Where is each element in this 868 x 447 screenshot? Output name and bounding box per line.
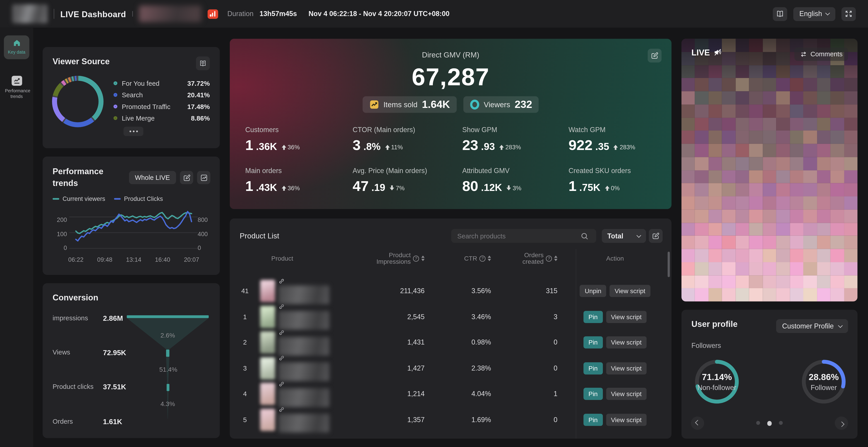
carousel-dot[interactable]: [756, 421, 760, 425]
link-icon[interactable]: [278, 278, 285, 284]
language-selector[interactable]: English: [793, 7, 835, 21]
carousel-dot[interactable]: [779, 421, 783, 425]
fullscreen-button[interactable]: [841, 7, 856, 21]
conversion-rate: 2.6%: [160, 332, 175, 338]
product-cell: [260, 407, 368, 433]
viewer-source-detail-button[interactable]: [196, 56, 210, 70]
live-status-icon: [207, 9, 218, 19]
stat-delta: 0%: [604, 185, 620, 192]
info-icon[interactable]: [413, 255, 419, 261]
viewers-value: 232: [515, 98, 532, 111]
live-video-panel: LIVE Comments: [681, 39, 858, 301]
stat-value: 1: [245, 179, 253, 193]
legend-item[interactable]: For You feed 37.72%: [114, 77, 210, 89]
funnel-stage-views: Views 72.95K: [53, 348, 126, 357]
stat-delta: 3%: [506, 185, 521, 192]
sidebar-item-performance-trends[interactable]: Performance trends: [4, 72, 29, 103]
edit-metrics-button[interactable]: [180, 171, 193, 184]
filter-value: Total: [607, 232, 623, 240]
action-cell: Pin View script: [557, 336, 660, 349]
orders-created-cell: 315: [491, 287, 557, 295]
sidebar-item-key-data[interactable]: Key data: [4, 35, 29, 59]
legend-product-clicks[interactable]: Product Clicks: [114, 195, 163, 202]
stat-label: Avg. Price (Main orders): [353, 167, 462, 175]
stat-customers: Customers 1.36K 36%: [245, 126, 352, 153]
link-icon[interactable]: [278, 355, 285, 361]
info-icon[interactable]: [546, 255, 552, 261]
legend-value: 17.48%: [187, 103, 210, 110]
table-scrollbar[interactable]: [668, 252, 670, 277]
pin-button[interactable]: Pin: [583, 336, 603, 349]
pin-button[interactable]: Pin: [583, 388, 603, 400]
edit-columns-button[interactable]: [649, 229, 663, 243]
gmv-stats-grid: Customers 1.36K 36%CTOR (Main orders) 3.…: [245, 126, 660, 194]
gmv-value: 67,287: [230, 63, 672, 91]
link-icon[interactable]: [278, 304, 285, 310]
chevron-down-icon: [637, 233, 641, 238]
stat-value: 23: [462, 138, 478, 152]
stat-main-orders: Main orders 1.43K 36%: [245, 167, 352, 194]
items-sold-badge: Items sold 1.64K: [363, 96, 457, 113]
view-script-button[interactable]: View script: [606, 362, 647, 374]
legend-current-viewers[interactable]: Current viewers: [53, 195, 105, 202]
more-button[interactable]: [123, 127, 143, 136]
stat-delta: 36%: [281, 185, 300, 192]
muted-speaker-icon[interactable]: [714, 48, 722, 57]
view-script-button[interactable]: View script: [606, 336, 647, 349]
info-icon[interactable]: [479, 255, 486, 261]
search-input[interactable]: [451, 229, 596, 243]
pin-button[interactable]: Pin: [583, 311, 603, 323]
legend-item[interactable]: Search 20.41%: [114, 89, 210, 101]
comments-toggle-button[interactable]: Comments: [795, 47, 848, 61]
arrow-down-icon: [506, 185, 512, 191]
column-header-impressions[interactable]: Product Impressions: [368, 252, 425, 265]
stat-value: 922: [568, 138, 592, 152]
y-axis-right-tick: 0: [198, 245, 212, 251]
stat-value: 3: [353, 138, 361, 152]
carousel-next-button[interactable]: [835, 416, 848, 430]
stat-delta: 11%: [384, 144, 403, 150]
orders-created-cell: 0: [491, 416, 557, 423]
product-name-blurred: [278, 363, 330, 381]
link-icon[interactable]: [278, 330, 285, 336]
pin-button[interactable]: Pin: [583, 362, 603, 374]
column-header-ctr[interactable]: CTR: [425, 252, 491, 265]
table-row: 41 211,436 3.56% 315 Unpin View script: [230, 278, 660, 304]
product-name-blurred: [278, 414, 330, 433]
view-script-button[interactable]: View script: [610, 285, 650, 297]
carousel-dot-active[interactable]: [767, 421, 772, 426]
action-cell: Pin View script: [557, 414, 660, 426]
unpin-button[interactable]: Unpin: [580, 285, 607, 297]
impressions-cell: 1,357: [368, 416, 425, 423]
view-script-button[interactable]: View script: [606, 311, 647, 323]
divider: [54, 9, 54, 19]
pin-button[interactable]: Pin: [583, 414, 603, 426]
view-script-button[interactable]: View script: [606, 414, 647, 426]
swap-arrows-icon: [800, 51, 807, 58]
link-icon[interactable]: [278, 407, 285, 413]
rank-cell: 41: [230, 287, 260, 295]
expand-chart-button[interactable]: [197, 171, 210, 184]
arrow-up-icon: [604, 185, 610, 191]
product-name-blurred: [278, 337, 330, 355]
gmv-title: Direct GMV (RM): [230, 51, 672, 59]
legend-item[interactable]: Live Merge 8.86%: [114, 112, 210, 124]
guide-button[interactable]: [773, 7, 787, 21]
non-follower-label: Non-follower: [698, 384, 737, 391]
total-filter-dropdown[interactable]: Total: [602, 229, 646, 243]
legend-item[interactable]: Promoted Traffic 17.48%: [114, 101, 210, 112]
stat-value: 1: [568, 179, 577, 193]
customer-profile-dropdown[interactable]: Customer Profile: [776, 319, 848, 333]
link-icon[interactable]: [278, 381, 285, 387]
y-axis-right-tick: 800: [198, 216, 212, 223]
view-script-button[interactable]: View script: [606, 388, 647, 400]
legend-ring-bullet: [114, 93, 117, 97]
legend-swatch: [53, 198, 59, 199]
topbar: LIVE Dashboard Duration 13h57m45s Nov 4 …: [0, 0, 868, 28]
gmv-card: Direct GMV (RM) 67,287 Items sold 1.64K …: [230, 39, 672, 209]
scope-button[interactable]: Whole LIVE: [129, 171, 176, 184]
product-thumbnail-blurred: [260, 357, 275, 379]
column-header-orders-created[interactable]: Orders created: [491, 252, 557, 265]
funnel-stage-product-clicks: Product clicks 37.51K: [53, 383, 126, 391]
stat-label: Watch GPM: [568, 126, 660, 134]
